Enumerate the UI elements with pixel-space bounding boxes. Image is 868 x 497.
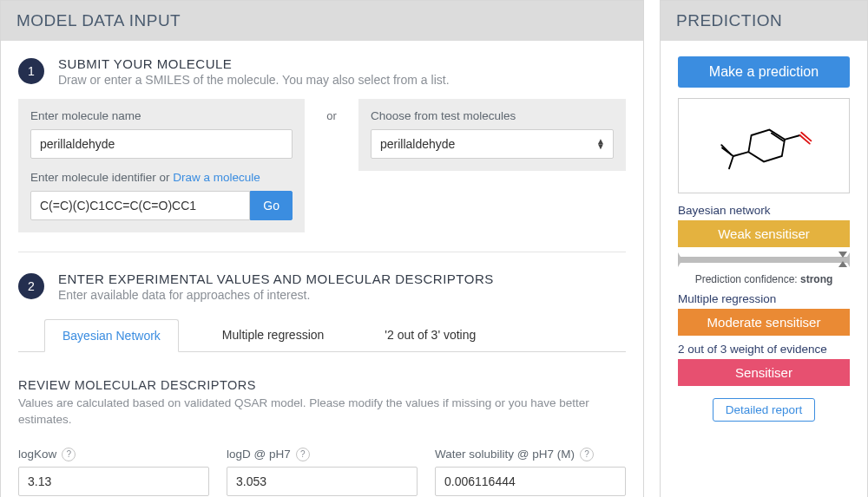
tab-voting[interactable]: '2 out of 3' voting xyxy=(367,319,493,351)
help-icon[interactable]: ? xyxy=(580,448,594,461)
logd-label: logD @ pH7 xyxy=(227,448,291,461)
bayesian-result-bar: Weak sensitiser xyxy=(678,220,850,247)
multiple-regression-result-label: Multiple regression xyxy=(678,292,850,305)
step-2: 2 ENTER EXPERIMENTAL VALUES AND MOLECULA… xyxy=(18,271,626,302)
review-descriptors-section: REVIEW MOLECULAR DESCRIPTORS Values are … xyxy=(18,378,626,428)
detailed-report-button[interactable]: Detailed report xyxy=(713,398,816,422)
multiple-regression-result-bar: Moderate sensitiser xyxy=(678,309,850,336)
or-label: or xyxy=(317,99,346,122)
test-molecule-select[interactable] xyxy=(371,129,614,159)
confidence-text: Prediction confidence: strong xyxy=(678,273,850,285)
prediction-panel: PREDICTION Make a prediction xyxy=(660,0,868,497)
choose-label: Choose from test molecules xyxy=(371,109,614,122)
logkow-label: logKow xyxy=(18,448,56,461)
water-solubility-input[interactable] xyxy=(435,467,626,496)
review-sub: Values are calculated based on validated… xyxy=(18,396,626,428)
molecule-structure-box xyxy=(678,98,850,193)
voting-result-label: 2 out of 3 weight of evidence xyxy=(678,343,850,356)
confidence-thumb-icon xyxy=(838,252,847,267)
test-molecule-box: Choose from test molecules ▲▼ xyxy=(358,99,626,171)
logkow-input[interactable] xyxy=(18,467,209,496)
tab-multiple-regression[interactable]: Multiple regression xyxy=(205,319,342,351)
go-button[interactable]: Go xyxy=(250,191,293,220)
tab-bayesian-network[interactable]: Bayesian Network xyxy=(44,319,179,352)
molecule-entry-box: Enter molecule name Enter molecule ident… xyxy=(18,99,305,232)
divider xyxy=(18,252,626,252)
help-icon[interactable]: ? xyxy=(296,448,310,461)
draw-molecule-link[interactable]: Draw a molecule xyxy=(173,171,260,184)
step-1-title: SUBMIT YOUR MOLECULE xyxy=(58,56,450,71)
step-1-badge: 1 xyxy=(18,58,44,84)
step-2-sub: Enter available data for approaches of i… xyxy=(58,288,494,302)
step-2-title: ENTER EXPERIMENTAL VALUES AND MOLECULAR … xyxy=(58,271,494,286)
logd-input[interactable] xyxy=(227,467,418,496)
help-icon[interactable]: ? xyxy=(62,448,76,461)
step-2-badge: 2 xyxy=(18,273,44,299)
molecule-name-input[interactable] xyxy=(30,129,293,159)
smiles-input[interactable] xyxy=(30,191,250,220)
step-1: 1 SUBMIT YOUR MOLECULE Draw or enter a S… xyxy=(18,56,626,87)
water-solubility-label: Water solubility @ pH7 (M) xyxy=(435,448,575,461)
confidence-slider xyxy=(678,254,850,270)
model-data-input-panel: MODEL DATA INPUT 1 SUBMIT YOUR MOLECULE … xyxy=(0,0,644,497)
review-title: REVIEW MOLECULAR DESCRIPTORS xyxy=(18,378,626,392)
model-data-input-header: MODEL DATA INPUT xyxy=(1,1,643,41)
molecule-name-label: Enter molecule name xyxy=(30,109,293,122)
prediction-header: PREDICTION xyxy=(661,1,867,41)
voting-result-bar: Sensitiser xyxy=(678,359,850,386)
approach-tabs: Bayesian Network Multiple regression '2 … xyxy=(18,319,626,352)
molecule-id-label: Enter molecule identifier or Draw a mole… xyxy=(30,171,293,184)
bayesian-result-label: Bayesian network xyxy=(678,204,850,217)
step-1-sub: Draw or enter a SMILES of the molecule. … xyxy=(58,73,450,87)
make-prediction-button[interactable]: Make a prediction xyxy=(678,56,850,88)
molecule-structure-icon xyxy=(703,114,825,177)
